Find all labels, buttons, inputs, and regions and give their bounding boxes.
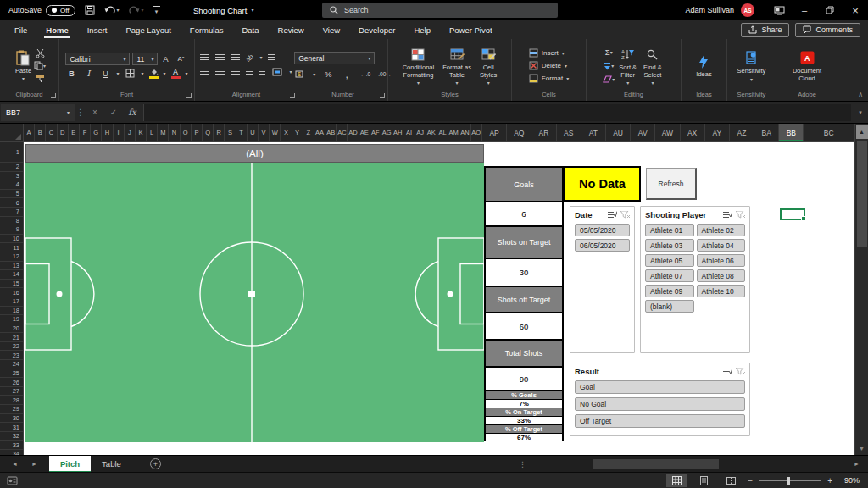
row-header-10[interactable]: 10	[0, 235, 23, 244]
number-dialog-launcher[interactable]	[380, 93, 385, 98]
column-header-Z[interactable]: Z	[303, 124, 314, 141]
column-header-AW[interactable]: AW	[655, 124, 680, 141]
zoom-level[interactable]: 90%	[839, 476, 860, 485]
new-sheet-button[interactable]: +	[150, 458, 161, 469]
column-header-AO[interactable]: AO	[471, 124, 482, 141]
column-header-AK[interactable]: AK	[426, 124, 437, 141]
slicer-item-athlete-07[interactable]: Athlete 07	[645, 269, 694, 282]
zoom-slider-thumb[interactable]	[787, 477, 790, 485]
row-header-4[interactable]: 4	[0, 180, 23, 190]
column-header-K[interactable]: K	[136, 124, 147, 141]
column-header-AR[interactable]: AR	[531, 124, 556, 141]
share-button[interactable]: Share	[741, 23, 789, 37]
sensitivity-button[interactable]: Sensitivity▾	[735, 48, 769, 83]
row-header-28[interactable]: 28	[0, 396, 23, 405]
ribbon-tab-data[interactable]: Data	[232, 20, 268, 39]
column-header-N[interactable]: N	[169, 124, 180, 141]
format-as-table-button[interactable]: Format as Table▾	[440, 45, 474, 86]
row-header-2[interactable]: 2	[0, 163, 23, 172]
clear-button[interactable]: ▾	[603, 74, 615, 85]
tabbar-resize-handle[interactable]: ⋮	[519, 460, 526, 469]
row-header-22[interactable]: 22	[0, 342, 23, 352]
align-right-button[interactable]	[231, 69, 240, 75]
ribbon-tab-insert[interactable]: Insert	[78, 20, 117, 39]
scroll-up-icon[interactable]: ▲	[856, 125, 868, 139]
column-header-AN[interactable]: AN	[459, 124, 470, 141]
ribbon-tab-review[interactable]: Review	[269, 20, 314, 39]
slicer-item-athlete-05[interactable]: Athlete 05	[645, 254, 694, 267]
insert-cells-button[interactable]: Insert▾	[529, 48, 565, 58]
column-header-C[interactable]: C	[46, 124, 57, 141]
autosave-pill[interactable]: Off	[46, 5, 75, 16]
column-header-AU[interactable]: AU	[606, 124, 631, 141]
fill-button[interactable]: ▾	[603, 60, 615, 71]
column-header-AX[interactable]: AX	[681, 124, 705, 141]
column-header-AI[interactable]: AI	[403, 124, 415, 141]
fill-color-button[interactable]	[149, 69, 159, 79]
column-header-X[interactable]: X	[281, 124, 292, 141]
slicer-item-athlete-04[interactable]: Athlete 04	[697, 239, 746, 252]
formula-input[interactable]	[143, 104, 851, 121]
number-format-select[interactable]: General▾	[294, 52, 375, 64]
column-header-AL[interactable]: AL	[437, 124, 448, 141]
row-header-26[interactable]: 26	[0, 378, 23, 387]
column-header-AT[interactable]: AT	[581, 124, 606, 141]
increase-indent-button[interactable]	[259, 69, 265, 75]
column-header-U[interactable]: U	[248, 124, 259, 141]
slicer-item-athlete-03[interactable]: Athlete 03	[645, 239, 694, 252]
expand-formula-bar-button[interactable]: ▾	[853, 109, 868, 116]
percent-style-button[interactable]: %	[322, 69, 334, 80]
paste-button[interactable]: Paste▾	[13, 49, 34, 83]
column-header-S[interactable]: S	[225, 124, 236, 141]
row-header-12[interactable]: 12	[0, 252, 23, 262]
row-header-7[interactable]: 7	[0, 208, 23, 217]
close-button[interactable]: ×	[843, 0, 868, 20]
row-header-25[interactable]: 25	[0, 369, 23, 379]
multi-select-icon[interactable]	[608, 211, 617, 219]
row-header-1[interactable]: 1	[0, 142, 23, 163]
column-header-AQ[interactable]: AQ	[507, 124, 531, 141]
zoom-out-button[interactable]: −	[748, 476, 753, 485]
slicer-item-05-05-2020[interactable]: 05/05/2020	[575, 224, 630, 236]
restore-button[interactable]	[817, 0, 843, 20]
comma-style-button[interactable]: ,	[341, 69, 353, 80]
underline-button[interactable]: U	[99, 68, 111, 79]
align-middle-button[interactable]	[215, 54, 225, 61]
align-center-button[interactable]	[215, 69, 225, 75]
slicer-item-athlete-09[interactable]: Athlete 09	[645, 285, 694, 297]
slicer-item-athlete-10[interactable]: Athlete 10	[697, 285, 746, 297]
bold-button[interactable]: B	[65, 68, 77, 79]
row-header-14[interactable]: 14	[0, 270, 23, 280]
row-header-33[interactable]: 33	[0, 441, 23, 450]
column-header-AB[interactable]: AB	[326, 124, 337, 141]
sheet-tab-pitch[interactable]: Pitch	[49, 456, 91, 473]
row-header-29[interactable]: 29	[0, 405, 23, 414]
display-settings-button[interactable]	[766, 0, 792, 20]
slicer-item-no-goal[interactable]: No Goal	[575, 397, 745, 411]
ideas-button[interactable]: Ideas	[693, 52, 714, 80]
grow-font-button[interactable]: Aˆ	[160, 53, 172, 64]
row-header-13[interactable]: 13	[0, 262, 23, 271]
column-header-W[interactable]: W	[270, 124, 281, 141]
scroll-down-icon[interactable]: ▼	[859, 446, 865, 455]
column-header-AS[interactable]: AS	[557, 124, 581, 141]
user-avatar[interactable]: AS	[741, 3, 754, 17]
vertical-scroll-thumb[interactable]	[857, 141, 867, 247]
sheet-tab-table[interactable]: Table	[91, 456, 132, 473]
align-bottom-button[interactable]	[231, 54, 240, 61]
row-header-16[interactable]: 16	[0, 288, 23, 297]
font-dialog-launcher[interactable]	[186, 93, 192, 98]
ribbon-tab-power-pivot[interactable]: Power Pivot	[440, 20, 502, 39]
column-header-AE[interactable]: AE	[359, 124, 370, 141]
ribbon-tab-developer[interactable]: Developer	[349, 20, 404, 39]
ribbon-tab-view[interactable]: View	[314, 20, 349, 39]
column-header-P[interactable]: P	[192, 124, 203, 141]
multi-select-icon[interactable]	[723, 211, 732, 219]
zoom-in-button[interactable]: +	[827, 476, 832, 485]
row-header-30[interactable]: 30	[0, 414, 23, 424]
row-header-20[interactable]: 20	[0, 324, 23, 334]
row-header-31[interactable]: 31	[0, 423, 23, 432]
column-header-T[interactable]: T	[236, 124, 248, 141]
row-header-9[interactable]: 9	[0, 225, 23, 235]
row-header-27[interactable]: 27	[0, 387, 23, 396]
